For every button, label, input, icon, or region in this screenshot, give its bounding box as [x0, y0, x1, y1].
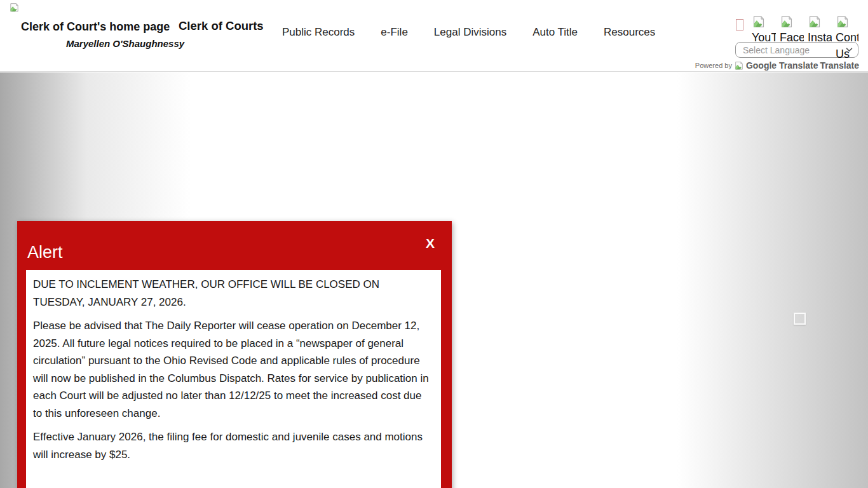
instagram-alt-label: Instagram — [808, 29, 832, 46]
nav-link-resources[interactable]: Resources — [604, 26, 655, 38]
nav-item-auto-title[interactable]: Auto Title — [532, 26, 578, 39]
alert-paragraph-daily-reporter: Please be advised that The Daily Reporte… — [33, 317, 433, 422]
missing-glyph-icon[interactable] — [736, 19, 743, 30]
youtube-alt-label: YouTube — [752, 29, 776, 46]
alert-paragraph-filing-fee: Effective January 2026, the filing fee f… — [33, 428, 433, 463]
google-translate-broken-image-icon — [734, 61, 744, 71]
site-name: Clerk of Courts — [179, 19, 264, 33]
close-button[interactable]: X — [426, 236, 435, 250]
nav-link-efile[interactable]: e-File — [381, 26, 408, 38]
nav-item-resources[interactable]: Resources — [604, 26, 655, 39]
facebook-broken-image-icon — [780, 15, 804, 29]
home-page-link[interactable]: Clerk of Court's home page — [21, 20, 170, 34]
social-link-youtube[interactable]: YouTube — [752, 15, 776, 62]
nav-link-public-records[interactable]: Public Records — [282, 26, 355, 38]
nav-item-public-records[interactable]: Public Records — [282, 26, 355, 39]
social-link-instagram[interactable]: Instagram — [808, 15, 832, 62]
youtube-broken-image-icon — [752, 15, 776, 29]
home-logo-broken-image-icon[interactable] — [9, 3, 20, 13]
facebook-alt-label: Facebook — [780, 29, 804, 46]
social-link-facebook[interactable]: Facebook — [780, 15, 804, 62]
nav-link-auto-title[interactable]: Auto Title — [532, 26, 578, 38]
nav-item-legal-divisions[interactable]: Legal Divisions — [434, 26, 506, 39]
main-nav: Public Records e-File Legal Divisions Au… — [282, 26, 655, 39]
site-header: Clerk of Court's home page Maryellen O'S… — [0, 0, 868, 72]
alert-title: Alert — [27, 244, 63, 261]
alert-modal-header: Alert X — [17, 221, 452, 270]
nav-link-legal-divisions[interactable]: Legal Divisions — [434, 26, 506, 38]
alert-paragraph-closure: DUE TO INCLEMENT WEATHER, OUR OFFICE WIL… — [33, 276, 433, 311]
broken-image-placeholder — [794, 313, 806, 325]
contact-us-broken-image-icon — [836, 15, 858, 29]
instagram-broken-image-icon — [808, 15, 832, 29]
social-link-contact-us[interactable]: Contact Us — [836, 15, 858, 62]
nav-item-efile[interactable]: e-File — [381, 26, 408, 39]
alert-modal: Alert X DUE TO INCLEMENT WEATHER, OUR OF… — [17, 221, 452, 488]
powered-by-label: Powered by — [695, 62, 732, 69]
contact-us-alt-label: Contact Us — [836, 29, 858, 62]
alert-modal-body: DUE TO INCLEMENT WEATHER, OUR OFFICE WIL… — [26, 270, 441, 488]
social-links-row: YouTube Facebook — [752, 15, 858, 62]
officeholder-name: Maryellen O'Shaughnessy — [66, 38, 184, 49]
